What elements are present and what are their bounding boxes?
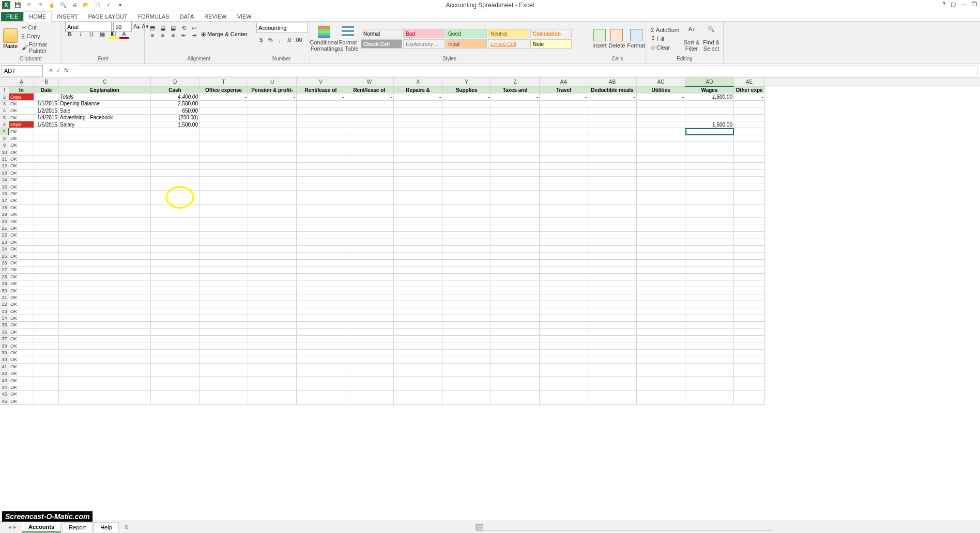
cell-Y14[interactable]	[442, 177, 491, 183]
col-header-T[interactable]: T	[200, 77, 248, 87]
cell-AB14[interactable]	[588, 177, 637, 183]
cell-AC6[interactable]	[637, 121, 685, 128]
cell-Y9[interactable]	[442, 142, 491, 149]
cell-V10[interactable]	[297, 149, 345, 156]
cell-U11[interactable]	[248, 156, 297, 163]
col-header-AD[interactable]: AD	[685, 77, 734, 87]
cell-D32[interactable]	[151, 301, 200, 308]
cell-AE45[interactable]	[734, 391, 765, 398]
currency-icon[interactable]: $	[256, 35, 266, 44]
row-header-23[interactable]: 23	[0, 239, 9, 246]
cell-AC11[interactable]	[637, 156, 685, 163]
cell-U21[interactable]	[248, 225, 297, 232]
cell-Y13[interactable]	[442, 170, 491, 177]
cell-AB39[interactable]	[588, 350, 637, 356]
sheet-tab-accounts[interactable]: Accounts	[22, 522, 61, 532]
row-header-18[interactable]: 18	[0, 205, 9, 211]
cell-C18[interactable]	[59, 205, 151, 211]
cell-X14[interactable]	[394, 177, 442, 183]
cell-AD4[interactable]	[685, 107, 734, 114]
cell-AE3[interactable]	[734, 101, 765, 107]
cell-AB24[interactable]	[588, 246, 637, 253]
cell-AE39[interactable]	[734, 350, 765, 356]
cell-D36[interactable]	[151, 329, 200, 336]
cell-AE44[interactable]	[734, 384, 765, 391]
cell-T6[interactable]	[200, 121, 248, 128]
cell-AE11[interactable]	[734, 156, 765, 163]
cell-D44[interactable]	[151, 384, 200, 391]
cell-Z6[interactable]	[491, 121, 540, 128]
cell-A28[interactable]: OK	[9, 274, 34, 280]
cell-AB33[interactable]	[588, 308, 637, 315]
cell-B15[interactable]	[34, 183, 59, 190]
fx-icon[interactable]: fx	[64, 67, 69, 74]
cell-A39[interactable]: OK	[9, 350, 34, 356]
cell-A37[interactable]: OK	[9, 336, 34, 342]
enter-formula-icon[interactable]: ✓	[56, 67, 61, 74]
cell-X24[interactable]	[394, 246, 442, 253]
cell-V34[interactable]	[297, 315, 345, 322]
row-header-24[interactable]: 24	[0, 246, 9, 253]
cell-AC3[interactable]	[637, 101, 685, 107]
cell-AE27[interactable]	[734, 266, 765, 273]
cell-A22[interactable]: OK	[9, 232, 34, 239]
cell-Z29[interactable]	[491, 280, 540, 287]
cell-C34[interactable]	[59, 315, 151, 322]
cell-T27[interactable]	[200, 266, 248, 273]
cell-AB26[interactable]	[588, 260, 637, 266]
row-header-38[interactable]: 38	[0, 342, 9, 349]
cell-U3[interactable]	[248, 101, 297, 107]
cell-T25[interactable]	[200, 253, 248, 259]
row-header-22[interactable]: 22	[0, 232, 9, 239]
cell-U39[interactable]	[248, 350, 297, 356]
cell-V2[interactable]: -	[297, 93, 345, 100]
cell-A2[interactable]: Oops	[9, 93, 34, 100]
cell-D12[interactable]	[151, 163, 200, 169]
cell-AE24[interactable]	[734, 246, 765, 253]
cell-T19[interactable]	[200, 211, 248, 218]
cell-X31[interactable]	[394, 294, 442, 301]
cell-A11[interactable]: OK	[9, 156, 34, 163]
cell-T26[interactable]	[200, 260, 248, 266]
cell-AC32[interactable]	[637, 301, 685, 308]
cell-AA4[interactable]	[540, 107, 588, 114]
cell-C27[interactable]	[59, 266, 151, 273]
cell-X11[interactable]	[394, 156, 442, 163]
underline-icon[interactable]: U	[87, 29, 96, 39]
row-header-41[interactable]: 41	[0, 364, 9, 370]
cell-Y33[interactable]	[442, 308, 491, 315]
cell-AC7[interactable]	[637, 128, 685, 135]
cell-AE34[interactable]	[734, 315, 765, 322]
cell-AB41[interactable]	[588, 364, 637, 370]
cell-Y7[interactable]	[442, 128, 491, 135]
cell-C16[interactable]	[59, 191, 151, 197]
cell-Y35[interactable]	[442, 322, 491, 328]
cell-U26[interactable]	[248, 260, 297, 266]
cell-AE19[interactable]	[734, 211, 765, 218]
cell-D2[interactable]: 4,400.00	[151, 93, 200, 100]
cell-A29[interactable]: OK	[9, 280, 34, 287]
cell-W14[interactable]	[345, 177, 394, 183]
cell-T28[interactable]	[200, 274, 248, 280]
cell-D9[interactable]	[151, 142, 200, 149]
cell-B24[interactable]	[34, 246, 59, 253]
font-color-icon[interactable]: A	[119, 29, 129, 39]
cell-A45[interactable]: OK	[9, 391, 34, 398]
row-header-20[interactable]: 20	[0, 218, 9, 225]
cell-U38[interactable]	[248, 342, 297, 349]
cell-T3[interactable]	[200, 101, 248, 107]
cell-header-AE[interactable]: Other expe	[734, 87, 765, 93]
cell-AC43[interactable]	[637, 377, 685, 384]
col-header-Z[interactable]: Z	[491, 77, 540, 87]
cell-X32[interactable]	[394, 301, 442, 308]
cell-C31[interactable]	[59, 294, 151, 301]
cell-W16[interactable]	[345, 191, 394, 197]
cell-C3[interactable]: Opening Balance	[59, 101, 151, 107]
cell-V41[interactable]	[297, 364, 345, 370]
cell-Y3[interactable]	[442, 101, 491, 107]
cell-A19[interactable]: OK	[9, 211, 34, 218]
row-header-42[interactable]: 42	[0, 370, 9, 377]
cell-AE9[interactable]	[734, 142, 765, 149]
col-header-C[interactable]: C	[59, 77, 151, 87]
cell-AC27[interactable]	[637, 266, 685, 273]
